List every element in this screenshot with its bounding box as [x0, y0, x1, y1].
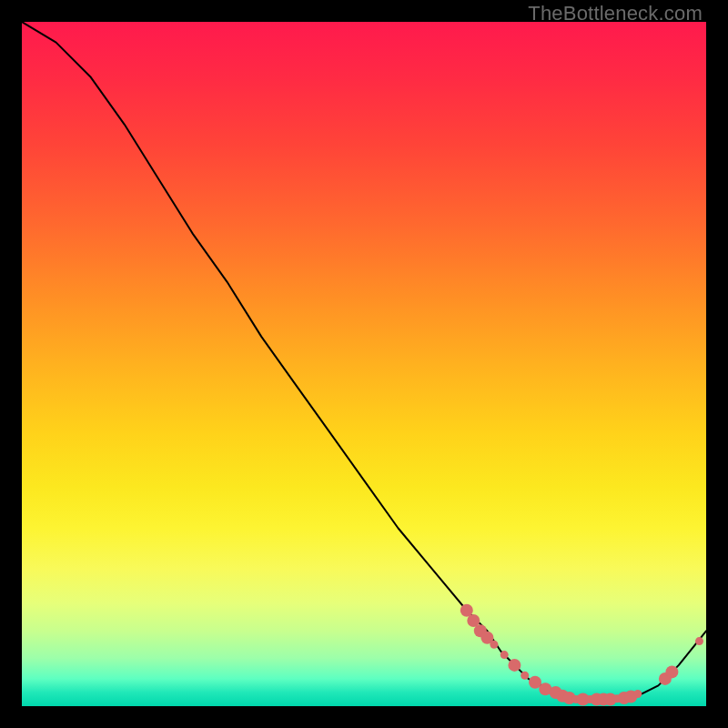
data-marker	[695, 637, 703, 645]
chart-svg	[22, 22, 706, 706]
data-marker	[665, 665, 678, 678]
marker-layer	[460, 604, 703, 706]
bottleneck-curve	[22, 22, 706, 700]
data-marker	[521, 672, 529, 680]
watermark-text: TheBottleneck.com	[528, 2, 703, 25]
data-marker	[633, 690, 642, 698]
chart-plot-area	[22, 22, 706, 706]
data-marker	[490, 641, 498, 649]
data-marker	[500, 651, 509, 659]
data-marker	[508, 659, 521, 672]
chart-frame: TheBottleneck.com	[0, 0, 728, 728]
